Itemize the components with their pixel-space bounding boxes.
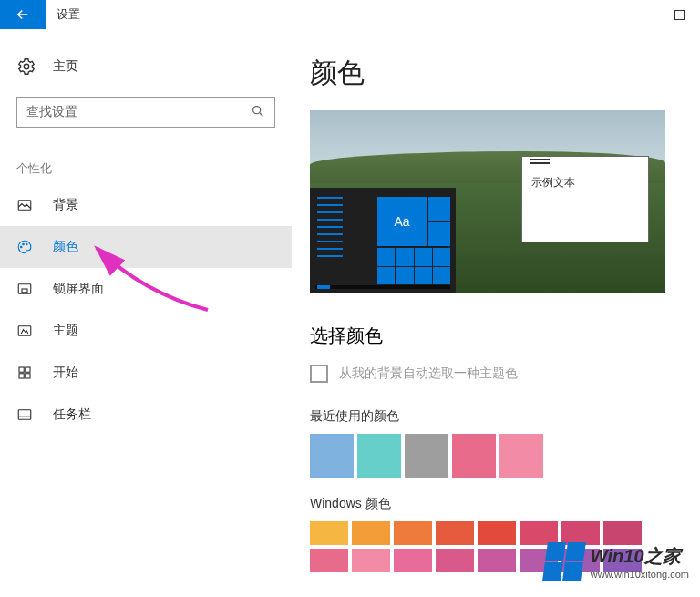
color-swatch[interactable] [352,549,390,572]
auto-pick-checkbox[interactable]: 从我的背景自动选取一种主题色 [310,365,693,383]
nav-label: 任务栏 [53,407,91,423]
theme-icon [16,323,36,339]
color-swatch[interactable] [352,521,390,545]
gear-icon [16,57,36,77]
windows-logo-icon [542,542,586,581]
watermark-title: Win10之家 [591,544,689,569]
nav-themes[interactable]: 主题 [0,310,292,352]
watermark-url: www.win10xitong.com [591,569,689,580]
svg-rect-13 [26,374,30,378]
color-swatch[interactable] [394,549,432,572]
nav-label: 主题 [53,323,78,339]
svg-rect-11 [26,367,30,372]
search-placeholder: 查找设置 [26,104,77,120]
svg-point-1 [24,64,29,69]
back-button[interactable] [0,0,46,29]
nav-background[interactable]: 背景 [0,184,292,226]
search-input[interactable]: 查找设置 [16,97,275,128]
nav-lockscreen[interactable]: 锁屏界面 [0,268,292,310]
nav-label: 锁屏界面 [53,281,104,297]
home-link[interactable]: 主页 [0,47,292,86]
section-label: 个性化 [0,139,292,184]
color-swatch[interactable] [405,434,448,478]
minimize-button[interactable] [616,0,658,29]
recent-colors-label: 最近使用的颜色 [310,408,693,425]
recent-colors-row [310,434,674,478]
svg-point-4 [21,246,23,248]
color-swatch[interactable] [357,434,401,478]
auto-pick-label: 从我的背景自动选取一种主题色 [339,365,518,382]
lockscreen-icon [16,281,36,297]
taskbar-icon [16,407,36,423]
checkbox-icon [310,365,328,383]
svg-rect-10 [19,367,24,372]
svg-point-5 [23,243,25,245]
svg-point-6 [26,243,28,245]
svg-rect-8 [22,289,27,293]
color-swatch[interactable] [478,549,516,572]
watermark: Win10之家 www.win10xitong.com [545,542,689,581]
nav-colors[interactable]: 颜色 [0,226,292,268]
color-swatch[interactable] [394,521,432,545]
page-title: 颜色 [310,55,693,92]
nav-taskbar[interactable]: 任务栏 [0,394,292,436]
color-swatch[interactable] [478,521,516,545]
home-label: 主页 [53,58,78,75]
color-swatch[interactable] [310,434,354,478]
svg-rect-14 [18,410,31,420]
window-title: 设置 [46,0,91,29]
titlebar: 设置 [0,0,700,29]
palette-icon [16,239,36,255]
color-swatch[interactable] [436,549,474,572]
color-swatch[interactable] [452,434,496,478]
sample-window: 示例文本 [521,156,649,242]
nav-start[interactable]: 开始 [0,352,292,394]
color-preview: 示例文本 Aa [310,110,665,293]
color-swatch[interactable] [310,521,348,545]
nav-label: 开始 [53,365,78,381]
choose-color-heading: 选择颜色 [310,324,693,348]
search-icon [251,104,265,121]
sidebar: 主页 查找设置 个性化 背景 颜色 锁屏界面 主题 开始 任务栏 [0,29,292,597]
image-icon [16,197,36,213]
tile-accent: Aa [377,197,427,246]
svg-point-2 [253,106,261,113]
svg-rect-12 [19,374,24,378]
color-swatch[interactable] [499,434,543,478]
start-icon [16,365,36,381]
color-swatch[interactable] [310,549,348,572]
nav-label: 背景 [53,197,78,213]
svg-rect-0 [674,10,684,19]
sample-text: 示例文本 [531,175,575,190]
windows-colors-label: Windows 颜色 [310,496,693,512]
start-preview: Aa [310,188,456,293]
nav-label: 颜色 [53,239,78,255]
content-pane: 颜色 示例文本 Aa 选择颜色 从我的背景自动选取一种主题色 最近使用的颜色 W… [292,29,700,597]
color-swatch[interactable] [436,521,474,545]
maximize-button[interactable] [658,0,700,29]
